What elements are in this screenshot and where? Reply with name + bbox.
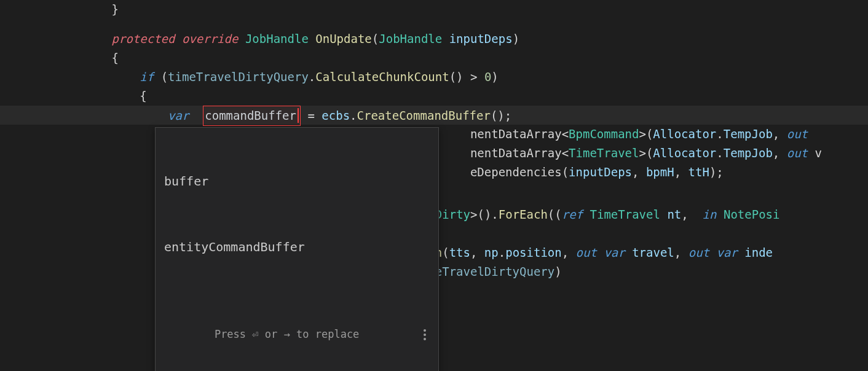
code-line: protected override JobHandle OnUpdate(Jo… xyxy=(0,29,868,49)
rename-suggestions-popup[interactable]: buffer entityCommandBuffer Press ⏎ or → … xyxy=(155,127,439,371)
suggestion-item[interactable]: entityCommandBuffer xyxy=(156,234,438,262)
code-line: } xyxy=(0,0,868,19)
more-icon[interactable] xyxy=(420,328,430,342)
suggestion-item[interactable]: buffer xyxy=(156,168,438,196)
code-line: { xyxy=(0,49,868,68)
code-editor[interactable]: } protected override JobHandle OnUpdate(… xyxy=(0,0,868,371)
code-line: { xyxy=(0,87,868,106)
code-line: if (timeTravelDirtyQuery.CalculateChunkC… xyxy=(0,68,868,87)
tab-key-icon: → xyxy=(284,325,290,344)
enter-key-icon: ⏎ xyxy=(252,325,258,344)
rename-input[interactable]: commandBuffer xyxy=(203,106,301,126)
popup-hint: Press ⏎ or → to replace xyxy=(156,300,438,363)
code-line-active: var commandBuffer = ecbs.CreateCommandBu… xyxy=(0,106,868,125)
